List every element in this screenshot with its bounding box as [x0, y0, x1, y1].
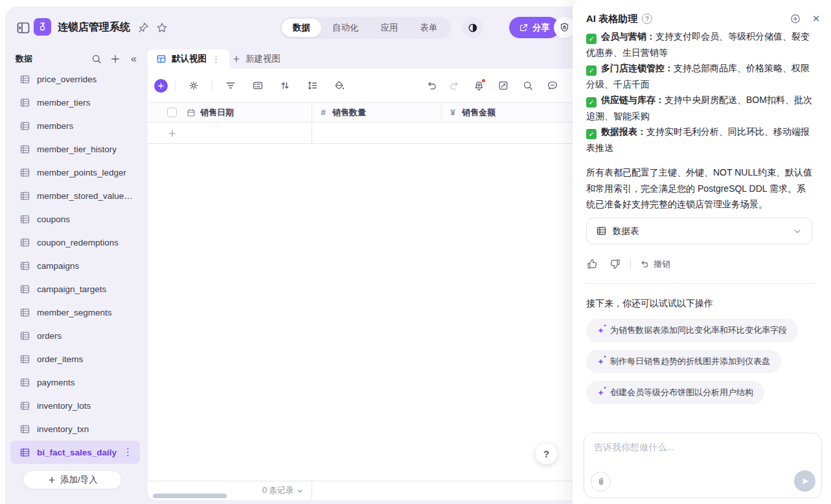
table-name: member_segments	[37, 308, 112, 317]
table-icon	[19, 354, 30, 365]
search-records-icon[interactable]	[522, 80, 534, 91]
suggestion-chip-line-chart[interactable]: ✦✦ 制作每日销售趋势的折线图并添加到仪表盘	[586, 350, 781, 373]
suggestion-chip-yoy-fields[interactable]: ✦✦ 为销售数据表添加同比变化率和环比变化率字段	[586, 319, 798, 342]
sidebar-title: 数据	[16, 53, 32, 65]
table-name: coupons	[37, 214, 70, 224]
close-panel-icon[interactable]: ✕	[810, 13, 822, 25]
sidebar-item-member_tiers[interactable]: member_tiers	[10, 91, 140, 114]
check-icon: ✓	[586, 97, 597, 108]
sidebar-item-bi_fact_sales_daily[interactable]: bi_fact_sales_daily⋮	[10, 441, 140, 464]
undo-action-button[interactable]: 撤销	[640, 258, 670, 270]
feature-line: ✓会员与营销：支持支付即会员、等级积分储值、裂变优惠券、生日营销等	[586, 29, 814, 60]
theme-contrast-toggle[interactable]	[462, 17, 483, 38]
feature-title: 供应链与库存：	[601, 95, 665, 105]
sidebar-item-inventory_lots[interactable]: inventory_lots	[10, 394, 140, 417]
sidebar-item-price_overrides[interactable]: price_overrides	[10, 67, 140, 91]
table-name: campaigns	[37, 261, 79, 271]
sort-icon[interactable]	[279, 80, 291, 91]
sparkle-icon: ✦✦	[597, 389, 604, 397]
add-import-button[interactable]: 添加/导入	[23, 470, 122, 489]
sidebar-item-inventory_txn[interactable]: inventory_txn	[10, 417, 140, 441]
table-more-menu-icon[interactable]: ⋮	[121, 446, 135, 458]
table-name: inventory_txn	[37, 424, 89, 434]
table-name: member_tiers	[37, 98, 91, 108]
table-icon	[19, 424, 30, 435]
new-view-label: 新建视图	[245, 53, 280, 65]
filter-icon[interactable]	[225, 80, 236, 91]
nav-tab-data[interactable]: 数据	[282, 19, 321, 37]
feature-line: ✓数据报表：支持实时毛利分析、同比环比、移动端报表推送	[586, 124, 814, 155]
ai-help-icon[interactable]: ?	[642, 14, 652, 24]
sidebar-header: 数据 «	[16, 52, 140, 66]
column-header-sales-date[interactable]: 销售日期	[148, 103, 312, 122]
sidebar-toggle-icon[interactable]	[16, 20, 31, 36]
sidebar-item-coupons[interactable]: coupons	[10, 207, 140, 231]
datasheet-artifact-card[interactable]: 数据表	[586, 218, 812, 244]
add-row[interactable]	[148, 123, 573, 144]
add-table-icon[interactable]	[109, 53, 121, 65]
suggestion-chip-pie-chart[interactable]: ✦✦ 创建会员等级分布饼图以分析用户结构	[586, 381, 764, 404]
help-glyph: ?	[543, 448, 549, 459]
undo-icon[interactable]	[426, 80, 438, 91]
table-icon	[19, 330, 30, 341]
notifications-bell-icon[interactable]	[473, 80, 484, 91]
select-all-checkbox[interactable]	[167, 108, 177, 117]
horizontal-scrollbar[interactable]	[153, 494, 227, 498]
sidebar-item-member_points_ledger[interactable]: member_points_ledger	[10, 161, 140, 184]
search-icon[interactable]	[90, 53, 102, 65]
comments-icon[interactable]	[547, 80, 558, 91]
thumbs-down-icon[interactable]	[609, 258, 621, 270]
sidebar-item-coupon_redemptions[interactable]: coupon_redemptions	[10, 231, 140, 254]
new-view-tab[interactable]: 新建视图	[232, 49, 280, 69]
field-config-icon[interactable]	[252, 80, 264, 91]
nav-tab-automation[interactable]: 自动化	[321, 19, 370, 37]
share-button[interactable]: 分享	[509, 17, 560, 38]
grid-toolbar	[148, 69, 573, 102]
sidebar-item-campaign_targets[interactable]: campaign_targets	[10, 277, 140, 301]
column-header-sales-amount[interactable]: ¥ 销售金额	[442, 103, 573, 122]
add-record-button[interactable]	[154, 79, 168, 93]
star-favorite-icon[interactable]	[155, 21, 168, 34]
table-icon	[19, 214, 30, 225]
table-name: orders	[37, 331, 62, 341]
record-count: 0 条记录	[262, 485, 293, 496]
chat-input[interactable]	[584, 433, 821, 471]
new-chat-icon[interactable]	[790, 13, 801, 25]
collapse-sidebar-icon[interactable]: «	[128, 53, 140, 65]
sidebar-item-member_segments[interactable]: member_segments	[10, 301, 140, 324]
table-list: price_overrides member_tiers members mem…	[10, 67, 140, 464]
column-header-sales-qty[interactable]: # 销售数量	[312, 103, 442, 122]
sidebar-item-orders[interactable]: orders	[10, 324, 140, 347]
table-name: inventory_lots	[37, 401, 91, 411]
help-button[interactable]: ?	[536, 443, 557, 464]
table-name: member_points_ledger	[37, 168, 126, 178]
attach-paperclip-icon[interactable]	[591, 472, 611, 492]
view-settings-gear-icon[interactable]	[188, 80, 199, 91]
row-height-icon[interactable]	[306, 80, 318, 91]
ai-panel-title: AI 表格助理	[586, 13, 637, 25]
nav-tab-apps[interactable]: 应用	[370, 19, 409, 37]
sidebar-item-campaigns[interactable]: campaigns	[10, 254, 140, 277]
sidebar-item-order_items[interactable]: order_items	[10, 347, 140, 371]
sidebar-item-members[interactable]: members	[10, 114, 140, 137]
suggestion-text: 为销售数据表添加同比变化率和环比变化率字段	[610, 325, 787, 336]
sidebar-item-payments[interactable]: payments	[10, 371, 140, 394]
sidebar-item-member_stored_value[interactable]: member_stored_value…	[10, 184, 140, 207]
sidebar-item-member_tier_history[interactable]: member_tier_history	[10, 137, 140, 161]
nav-tab-forms[interactable]: 表单	[409, 19, 449, 37]
redo-icon[interactable]	[448, 80, 460, 91]
number-field-icon: #	[318, 108, 328, 118]
view-more-menu-icon[interactable]: ⋮	[209, 54, 223, 64]
edit-record-icon[interactable]	[497, 80, 509, 91]
fill-color-icon[interactable]	[334, 80, 345, 91]
pin-icon[interactable]	[137, 21, 150, 34]
main-nav-tabs: 数据 自动化 应用 表单	[280, 17, 451, 39]
suggestions-title: 接下来，你还可以试试以下操作	[586, 298, 713, 310]
view-tab-default[interactable]: 默认视图 ⋮	[148, 49, 229, 69]
feature-title: 会员与营销：	[601, 31, 655, 41]
thumbs-up-icon[interactable]	[586, 258, 598, 270]
send-button[interactable]	[794, 470, 815, 492]
table-icon	[19, 97, 30, 108]
table-name: campaign_targets	[37, 284, 106, 294]
check-icon: ✓	[586, 34, 597, 44]
